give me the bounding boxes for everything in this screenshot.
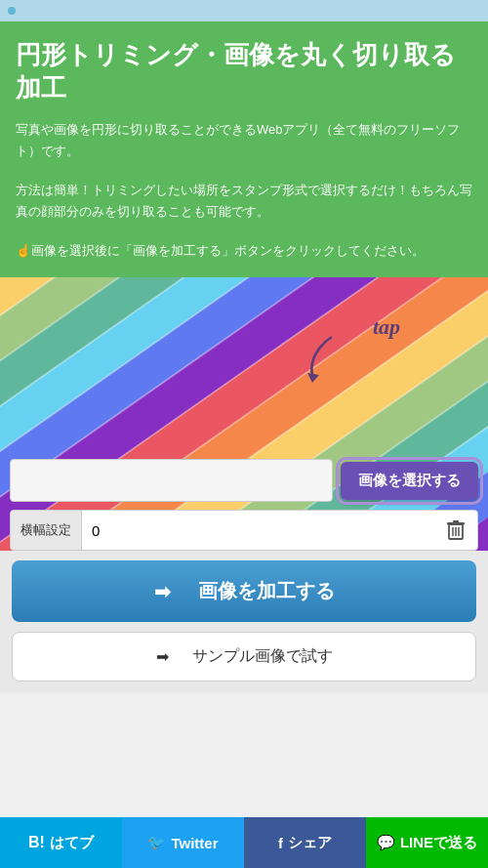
file-input-box (10, 459, 333, 502)
image-area: tap 画像を選択する 横幅設定 (0, 277, 488, 551)
twitter-button[interactable]: 🐦 Twitter (122, 817, 244, 868)
file-input-row: 画像を選択する (10, 459, 478, 502)
twitter-icon: 🐦 (147, 834, 166, 851)
select-image-button[interactable]: 画像を選択する (341, 462, 478, 500)
hatena-label: はてブ (50, 834, 94, 852)
svg-marker-33 (307, 373, 319, 383)
header-desc3: ☝画像を選択後に「画像を加工する」ボタンをクリックしてください。 (16, 240, 472, 262)
sample-button[interactable]: ➡ サンプル画像で試す (12, 632, 476, 682)
tap-arrow-icon (298, 332, 346, 391)
page-title: 円形トリミング・画像を丸く切り取る加工 (16, 39, 472, 105)
line-icon: 💬 (377, 834, 395, 851)
share-bar: B! はてブ 🐦 Twitter f シェア 💬 LINEで送る (0, 817, 488, 868)
facebook-icon: f (278, 835, 283, 851)
trash-icon (446, 519, 466, 541)
process-label: 画像を加工する (179, 578, 335, 604)
sample-label: サンプル画像で試す (177, 646, 333, 667)
main-content: ➡ 画像を加工する ➡ サンプル画像で試す (0, 551, 488, 693)
hatena-icon: B! (28, 834, 45, 851)
trash-button[interactable] (434, 511, 477, 550)
width-input[interactable] (82, 511, 434, 550)
facebook-label: シェア (288, 834, 332, 852)
svg-rect-36 (453, 520, 459, 523)
line-label: LINEで送る (400, 834, 477, 852)
top-bar (0, 0, 488, 21)
twitter-label: Twitter (171, 835, 218, 851)
header-desc1: 写真や画像を円形に切り取ることができるWebアプリ（全て無料のフリーソフト）です… (16, 119, 472, 162)
hatena-button[interactable]: B! はてブ (0, 817, 122, 868)
top-bar-dot (8, 7, 16, 15)
header-desc2: 方法は簡単！トリミングしたい場所をスタンプ形式で選択するだけ！もちろん写真の顔部… (16, 180, 472, 223)
process-button[interactable]: ➡ 画像を加工する (12, 560, 476, 622)
header-section: 円形トリミング・画像を丸く切り取る加工 写真や画像を円形に切り取ることができるW… (0, 21, 488, 277)
width-label: 横幅設定 (11, 511, 82, 550)
sample-icon: ➡ (156, 647, 169, 666)
line-button[interactable]: 💬 LINEで送る (366, 817, 488, 868)
process-icon: ➡ (154, 580, 171, 603)
facebook-button[interactable]: f シェア (244, 817, 366, 868)
width-setting-row: 横幅設定 (10, 510, 478, 551)
spacer (0, 693, 488, 754)
tap-label: tap (373, 314, 400, 340)
